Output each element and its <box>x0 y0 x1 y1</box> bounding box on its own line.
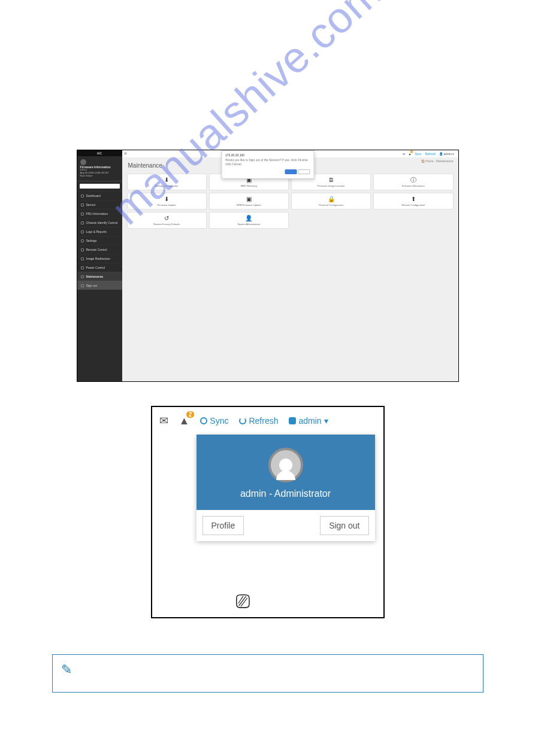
tile-icon: ⬆ <box>375 196 451 202</box>
tile-label: Restore Factory Defaults <box>129 223 205 226</box>
sidebar-item-chassis-identify-control[interactable]: Chassis Identify Control <box>77 218 122 227</box>
tile-firmware-update[interactable]: ⬇Firmware Update <box>127 193 207 210</box>
nav-icon <box>81 266 84 269</box>
tile-label: Restore Configuration <box>375 204 451 207</box>
mail-icon[interactable]: ✉ <box>403 152 405 156</box>
tile-backup-configuration[interactable]: ⬇Backup Configuration <box>127 174 207 190</box>
alert-icon[interactable]: ▲2 <box>409 152 412 156</box>
sidebar-item-sensor[interactable]: Sensor <box>77 200 122 209</box>
sidebar-item-fru-information[interactable]: FRU Information <box>77 209 122 218</box>
nav-icon <box>81 204 84 207</box>
user-avatar-icon <box>80 159 86 165</box>
avatar <box>268 448 303 482</box>
tile-restore-configuration[interactable]: ⬆Restore Configuration <box>373 193 453 210</box>
nav-icon <box>81 230 84 233</box>
sidebar-nav: DashboardSensorFRU InformationChassis Id… <box>77 191 122 290</box>
tile-restore-factory-defaults[interactable]: ↺Restore Factory Defaults <box>127 212 207 229</box>
hamburger-icon[interactable]: ≡ <box>122 150 129 157</box>
sync-link[interactable]: Sync <box>200 416 228 426</box>
nav-icon <box>81 257 84 260</box>
tile-hpm-firmware-update[interactable]: ▣HPM Firmware Update <box>209 193 289 210</box>
profile-button[interactable]: Profile <box>202 516 244 535</box>
mail-icon[interactable]: ✉ <box>159 414 168 427</box>
user-menu[interactable]: admin ▾ <box>289 416 328 426</box>
sidebar-item-maintenance[interactable]: Maintenance <box>77 272 122 281</box>
nav-label: FRU Information <box>86 212 108 215</box>
topbar: ✉ ▲2 Sync Refresh admin ▾ <box>152 407 383 435</box>
alert-badge: 2 <box>410 150 413 153</box>
tile-icon: ⬇ <box>129 177 205 183</box>
screenshot-maintenance: AIC Firmware Information 0.01.4 Aug 29 2… <box>77 150 459 382</box>
breadcrumb-home[interactable]: Home <box>425 159 433 163</box>
chevron-down-icon: ▾ <box>324 416 328 426</box>
signout-dialog: 172.20.20.100 Would you like to Sign out… <box>221 150 314 179</box>
breadcrumb: 🏠 Home · Maintenance <box>421 159 454 163</box>
tile-label: HPM Firmware Update <box>211 204 287 207</box>
nav-label: Power Control <box>86 266 105 269</box>
nav-label: Remote Control <box>86 248 107 251</box>
network-icon: ⎚ <box>236 588 250 614</box>
brand-label: AIC <box>77 150 122 156</box>
nav-label: Image Redirection <box>86 257 111 260</box>
dialog-cancel-button[interactable] <box>298 169 310 174</box>
sidebar-item-logs-reports[interactable]: Logs & Reports <box>77 227 122 236</box>
nav-icon <box>81 195 84 198</box>
sidebar-item-remote-control[interactable]: Remote Control <box>77 245 122 254</box>
tile-label: Firmware Image Location <box>293 184 369 187</box>
tile-icon: 🔒 <box>293 196 369 202</box>
nav-label: Logs & Reports <box>86 230 107 233</box>
sidebar-item-image-redirection[interactable]: Image Redirection <box>77 254 122 263</box>
nav-label: Sensor <box>86 203 96 207</box>
alert-icon[interactable]: ▲2 <box>179 415 190 427</box>
sync-icon <box>200 417 207 424</box>
dialog-ok-button[interactable] <box>285 169 297 174</box>
nav-icon <box>81 221 84 224</box>
tile-system-administrator[interactable]: 👤System Administrator <box>209 212 289 229</box>
dialog-body: Would you like to Sign out of the Sessio… <box>225 158 310 166</box>
pencil-icon: ✎ <box>61 662 72 678</box>
nav-label: Maintenance <box>86 275 104 278</box>
tile-label: Backup Configuration <box>129 184 205 187</box>
signout-button[interactable]: Sign out <box>320 516 368 535</box>
refresh-link[interactable]: Refresh <box>239 416 278 426</box>
refresh-icon <box>239 417 246 424</box>
note-box: ✎ <box>52 654 483 693</box>
sidebar-item-settings[interactable]: Settings <box>77 236 122 245</box>
refresh-link[interactable]: Refresh <box>425 152 436 156</box>
alert-badge: 2 <box>186 411 195 418</box>
tile-grid: ⬇Backup Configuration▣BMC Recovery🗎Firmw… <box>122 171 458 231</box>
nav-icon <box>81 239 84 242</box>
sidebar-item-sign-out[interactable]: Sign out <box>77 281 122 290</box>
tile-icon: ⓘ <box>375 177 451 183</box>
tile-icon: ↺ <box>129 215 205 221</box>
host-status: Host Online <box>80 175 111 178</box>
user-menu[interactable]: 👤 admin ▾ <box>439 152 454 156</box>
nav-icon <box>81 275 84 278</box>
sidebar-item-power-control[interactable]: Power Control <box>77 263 122 272</box>
nav-icon <box>81 248 84 251</box>
sidebar: AIC Firmware Information 0.01.4 Aug 29 2… <box>77 150 122 381</box>
person-icon <box>279 459 292 472</box>
firmware-info-block: Firmware Information 0.01.4 Aug 29 2018 … <box>77 156 122 181</box>
tile-label: Firmware Update <box>129 204 205 207</box>
nav-label: Dashboard <box>86 194 101 198</box>
tile-firmware-information[interactable]: ⓘFirmware Information <box>373 174 453 190</box>
tile-preserve-configuration[interactable]: 🔒Preserve Configuration <box>291 193 371 210</box>
sidebar-item-dashboard[interactable]: Dashboard <box>77 191 122 200</box>
tile-label: Preserve Configuration <box>293 204 369 207</box>
nav-icon <box>81 212 84 215</box>
tile-icon: ⬇ <box>129 196 205 202</box>
sync-link[interactable]: Sync <box>415 152 421 156</box>
screenshot-admin-dropdown: ✉ ▲2 Sync Refresh admin ▾ admin - Admini… <box>151 406 385 618</box>
user-dropdown: admin - Administrator Profile Sign out <box>197 435 375 541</box>
nav-icon <box>81 284 84 287</box>
tile-icon: 👤 <box>211 215 287 221</box>
tile-label: Firmware Information <box>375 184 451 187</box>
tile-label: BMC Recovery <box>211 184 287 187</box>
nav-label: Chassis Identify Control <box>86 221 118 224</box>
tile-label: System Administrator <box>211 223 287 226</box>
quick-links-input[interactable] <box>80 184 120 189</box>
user-name-role: admin - Administrator <box>200 488 371 499</box>
user-icon <box>289 417 296 424</box>
main-area: ≡ ✉ ▲2 Sync Refresh 👤 admin ▾ Maintenanc… <box>122 150 458 381</box>
